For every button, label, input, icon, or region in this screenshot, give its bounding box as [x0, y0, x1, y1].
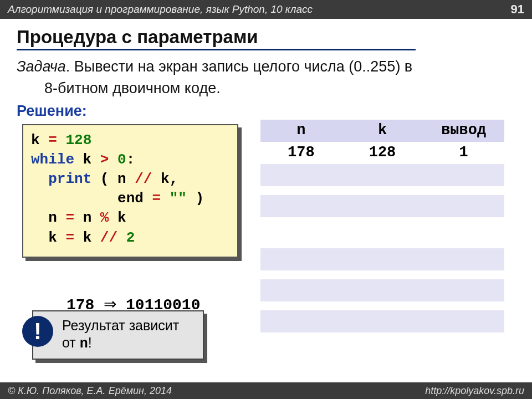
task-line1: . Вывести на экран запись целого числа (…: [66, 58, 413, 75]
footer-right: http://kpolyakov.spb.ru: [425, 385, 524, 397]
task-label: Задача: [17, 58, 66, 75]
note-line1: Результат зависит: [62, 317, 196, 334]
solution-label: Решение:: [17, 103, 515, 120]
col-n: n: [260, 120, 342, 142]
table-row: [260, 195, 504, 217]
table-row: [260, 248, 504, 270]
footer-left: © К.Ю. Поляков, Е.А. Ерёмин, 2014: [8, 385, 172, 397]
col-out: вывод: [423, 120, 504, 142]
note-line2: от n!: [62, 334, 196, 352]
slide-title: Процедура с параметрами: [17, 27, 515, 48]
trace-header: n k вывод: [260, 120, 504, 142]
main-row: k = 128 while k > 0: print ( n // k, end…: [22, 124, 532, 285]
code-block: k = 128 while k > 0: print ( n // k, end…: [22, 124, 238, 258]
course-title: Алгоритмизация и программирование, язык …: [8, 3, 313, 16]
page-number: 91: [511, 2, 524, 17]
col-k: k: [342, 120, 423, 142]
note-box: ! Результат зависит от n!: [32, 310, 204, 360]
exclaim-icon: !: [22, 316, 53, 347]
header-bar: Алгоритмизация и программирование, язык …: [0, 0, 532, 19]
title-underline: [17, 49, 416, 50]
table-row: [260, 217, 504, 239]
task-text: Задача. Вывести на экран запись целого ч…: [17, 57, 515, 76]
table-row: [260, 310, 504, 332]
table-row: [260, 164, 504, 186]
table-row: 178 128 1: [260, 142, 504, 164]
footer-bar: © К.Ю. Поляков, Е.А. Ерёмин, 2014 http:/…: [0, 382, 532, 399]
trace-table: n k вывод 178 128 1: [260, 120, 504, 332]
table-row: [260, 279, 504, 301]
task-line2: 8-битном двоичном коде.: [44, 80, 515, 97]
